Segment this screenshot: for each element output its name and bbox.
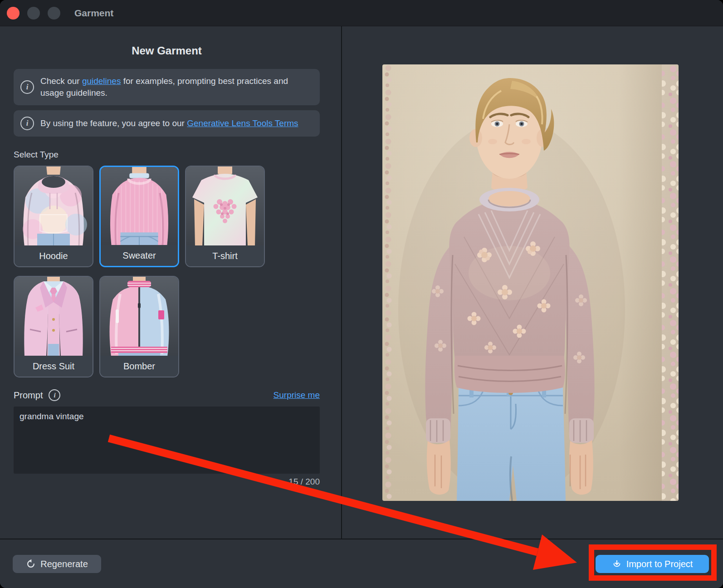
garment-type-dress-suit[interactable]: Dress Suit [14,276,93,377]
window-title: Garment [74,8,113,19]
prompt-input[interactable]: grandma vintage [14,407,320,474]
guidelines-notice: i Check our guidelines for examples, pro… [14,69,320,105]
regenerate-label: Regenerate [40,559,88,569]
notice-text: Check our [40,76,82,86]
dress-suit-thumbnail [15,277,93,356]
zoom-window-button[interactable] [48,7,60,20]
titlebar: Garment [0,0,723,26]
info-icon[interactable]: i [49,389,60,401]
prompt-row: Prompt i Surprise me [14,389,320,401]
notice-text: By using the feature, you agree to our [40,118,187,128]
sweater-thumbnail [101,167,178,245]
close-window-button[interactable] [7,7,20,20]
tshirt-thumbnail [186,167,264,245]
card-label: Hoodie [15,245,93,266]
info-icon: i [20,80,34,94]
garment-type-hoodie[interactable]: Hoodie [14,166,93,267]
minimize-window-button[interactable] [27,7,40,20]
select-type-label: Select Type [14,150,341,160]
garment-type-grid: Hoodie [14,166,273,377]
import-to-project-button[interactable]: Import to Project [596,555,709,573]
terms-notice-text: By using the feature, you agree to our G… [40,118,298,129]
garment-type-bomber[interactable]: Bomber [99,276,179,377]
hoodie-thumbnail [15,167,93,245]
left-panel: New Garment i Check our guidelines for e… [0,26,342,539]
garment-window: Garment New Garment i Check our guidelin… [0,0,723,588]
regenerate-button[interactable]: Regenerate [13,555,101,573]
guidelines-link[interactable]: guidelines [82,76,121,86]
bomber-thumbnail [100,277,178,356]
card-label: T-shirt [186,245,264,266]
download-icon [612,559,622,569]
terms-notice: i By using the feature, you agree to our… [14,110,320,137]
garment-type-tshirt[interactable]: T-shirt [185,166,265,267]
card-label: Sweater [101,245,178,266]
rotate-ccw-icon [26,559,36,569]
garment-type-sweater[interactable]: Sweater [99,166,179,267]
terms-link[interactable]: Generative Lens Tools Terms [187,118,298,128]
card-label: Dress Suit [15,356,93,377]
guidelines-notice-text: Check our guidelines for examples, promp… [40,75,312,99]
content: New Garment i Check our guidelines for e… [0,26,723,539]
surprise-me-link[interactable]: Surprise me [274,390,320,400]
preview-panel [342,26,723,539]
generated-garment-image [382,64,679,501]
page-title: New Garment [14,44,320,57]
info-icon: i [20,117,34,130]
footer-bar: Regenerate Import to Project [0,539,723,588]
card-label: Bomber [100,356,178,377]
char-counter: 15 / 200 [14,477,320,487]
import-label: Import to Project [626,559,693,569]
prompt-label: Prompt [14,390,43,401]
